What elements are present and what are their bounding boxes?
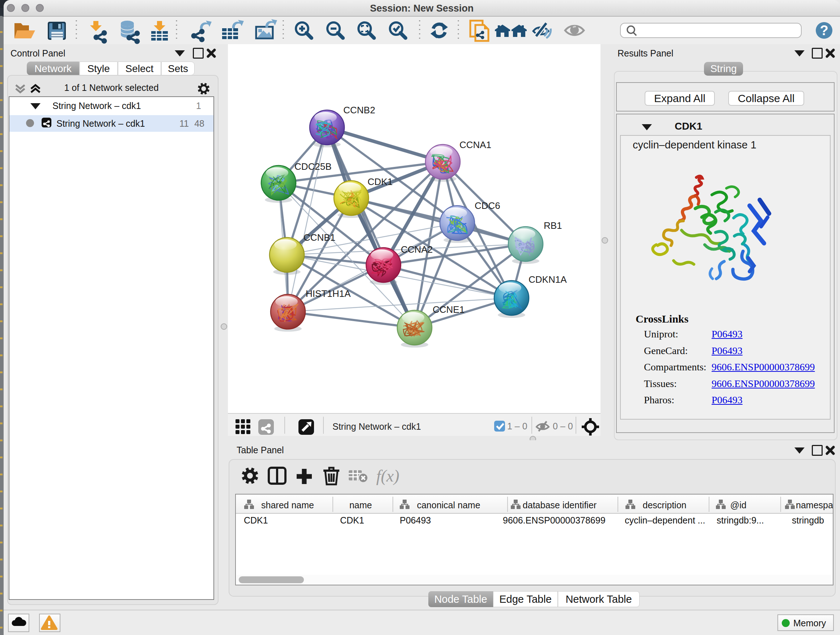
svg-text:shared name: shared name [261, 500, 314, 510]
svg-text:CDC25B: CDC25B [294, 161, 332, 172]
svg-text:description: description [643, 500, 687, 510]
svg-text:@id: @id [730, 500, 747, 510]
svg-text:CDC6: CDC6 [475, 200, 500, 211]
svg-text:CCNE1: CCNE1 [433, 304, 464, 315]
svg-text:CCNB2: CCNB2 [343, 105, 375, 116]
svg-text:0 – 0: 0 – 0 [553, 421, 573, 431]
svg-text:f(x): f(x) [376, 467, 399, 485]
svg-text:canonical name: canonical name [417, 500, 480, 510]
svg-text:namespace: namespace [796, 500, 833, 510]
svg-text:String Network – cdk1: String Network – cdk1 [332, 421, 421, 432]
svg-text:CCNA1: CCNA1 [459, 139, 491, 150]
svg-text:CDKN1A: CDKN1A [529, 274, 567, 285]
svg-text:RB1: RB1 [544, 220, 562, 231]
svg-text:CDK1: CDK1 [368, 176, 393, 187]
svg-text:1 – 0: 1 – 0 [507, 421, 527, 431]
svg-text:HIST1H1A: HIST1H1A [306, 288, 351, 299]
svg-text:name: name [349, 500, 372, 510]
svg-text:CCNA2: CCNA2 [401, 244, 433, 255]
svg-text:database identifier: database identifier [523, 500, 597, 510]
svg-text:?: ? [820, 23, 828, 38]
svg-text:CCNB1: CCNB1 [303, 232, 335, 243]
